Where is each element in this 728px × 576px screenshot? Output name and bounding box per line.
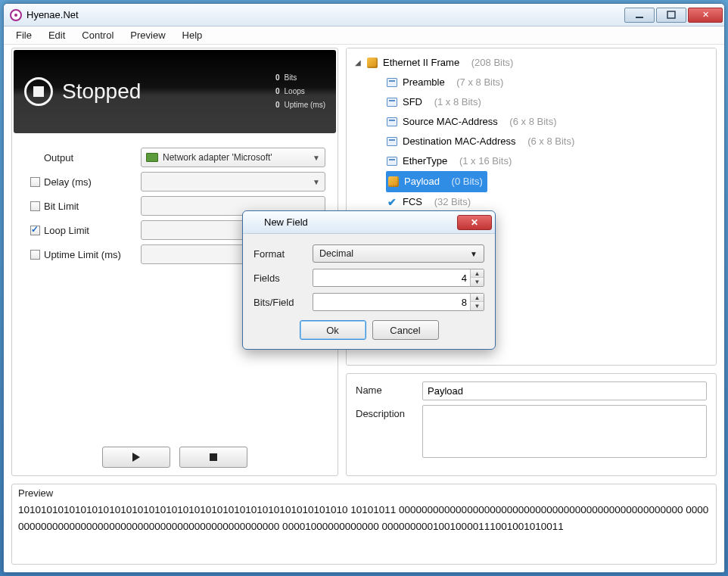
tree-item-ethertype[interactable]: EtherType (1 x 16 Bits) (386, 151, 713, 171)
menu-help[interactable]: Help (175, 27, 210, 43)
package-icon (388, 176, 399, 187)
spin-down-icon[interactable]: ▼ (471, 278, 484, 286)
spin-up-icon[interactable]: ▲ (471, 269, 484, 278)
package-icon (367, 58, 378, 68)
preview-panel: Preview 10101010101010101010101010101010… (11, 484, 717, 565)
menu-preview[interactable]: Preview (123, 27, 173, 43)
output-combo[interactable]: Network adapter 'Microsoft' ▼ (141, 148, 325, 167)
delay-combo[interactable]: ▼ (141, 172, 325, 191)
tree-item-dstmac[interactable]: Destination MAC-Address (6 x 8 Bits) (386, 132, 713, 151)
app-icon (10, 9, 22, 21)
stop-icon (24, 77, 53, 106)
svg-rect-1 (667, 11, 675, 18)
play-icon (132, 453, 140, 462)
looplimit-checkbox[interactable] (30, 226, 40, 235)
tree-root[interactable]: ◢ Ethernet II Frame (208 Bits) (354, 53, 713, 73)
status-label: Stopped (62, 79, 141, 104)
bitlimit-checkbox[interactable] (30, 201, 40, 211)
status-counters: 0Bits 0Loops 0Uptime (ms) (269, 71, 336, 112)
tree-item-fcs[interactable]: ✔FCS (32 Bits) (386, 192, 713, 212)
prop-name-input[interactable] (422, 381, 707, 400)
close-button[interactable]: ✕ (688, 8, 723, 23)
svg-rect-0 (636, 17, 643, 18)
tree-item-payload[interactable]: Payload (0 Bits) (386, 171, 717, 192)
app-icon (249, 217, 260, 228)
fields-spinner[interactable]: ▲▼ (313, 269, 484, 287)
fields-input[interactable] (313, 272, 470, 284)
chevron-down-icon: ▼ (470, 250, 478, 258)
spin-down-icon[interactable]: ▼ (471, 302, 484, 310)
prop-name-label: Name (356, 381, 416, 396)
field-icon (387, 78, 397, 87)
prop-desc-input[interactable] (422, 405, 707, 458)
bitlimit-label: Bit Limit (44, 201, 141, 212)
stop-icon-small (210, 453, 217, 461)
dialog-title: New Field (264, 216, 308, 228)
bitsfield-label: Bits/Field (254, 297, 313, 308)
prop-desc-label: Description (356, 405, 416, 419)
bitsfield-input[interactable] (313, 297, 470, 308)
play-button[interactable] (102, 447, 170, 468)
minimize-button[interactable] (624, 8, 655, 23)
chevron-down-icon: ▼ (313, 154, 320, 162)
format-label: Format (254, 248, 313, 260)
properties-panel: Name Description (346, 373, 717, 476)
uptimelimit-checkbox[interactable] (30, 250, 40, 260)
delay-checkbox[interactable] (30, 177, 40, 187)
field-icon (387, 98, 397, 107)
menu-file[interactable]: File (8, 27, 39, 43)
menu-control[interactable]: Control (74, 27, 121, 43)
spin-up-icon[interactable]: ▲ (471, 294, 484, 302)
ok-button[interactable]: Ok (300, 320, 366, 340)
maximize-button[interactable] (656, 8, 686, 23)
collapse-icon[interactable]: ◢ (354, 53, 362, 73)
looplimit-label: Loop Limit (44, 225, 141, 236)
main-window: Hyenae.Net ✕ File Edit Control Preview H… (3, 3, 725, 573)
tree-item-srcmac[interactable]: Source MAC-Address (6 x 8 Bits) (386, 112, 713, 132)
fields-label: Fields (254, 272, 313, 284)
status-bar: Stopped 0Bits 0Loops 0Uptime (ms) (14, 50, 336, 133)
dialog-titlebar[interactable]: New Field ✕ (243, 211, 495, 234)
output-label: Output (44, 152, 141, 163)
uptimelimit-label: Uptime Limit (ms) (44, 249, 141, 260)
window-title: Hyenae.Net (26, 9, 624, 20)
field-icon (387, 117, 397, 126)
titlebar[interactable]: Hyenae.Net ✕ (4, 4, 724, 26)
new-field-dialog: New Field ✕ Format Decimal▼ Fields (242, 210, 496, 350)
preview-title: Preview (12, 484, 716, 500)
format-combo[interactable]: Decimal▼ (313, 244, 484, 263)
delay-label: Delay (ms) (44, 176, 141, 188)
menu-edit[interactable]: Edit (41, 27, 73, 43)
nic-icon (146, 153, 158, 162)
cancel-button[interactable]: Cancel (372, 320, 439, 340)
tree-item-preamble[interactable]: Preamble (7 x 8 Bits) (386, 73, 713, 92)
stop-button[interactable] (179, 447, 247, 468)
bitsfield-spinner[interactable]: ▲▼ (313, 293, 484, 311)
check-icon: ✔ (386, 196, 398, 208)
preview-body[interactable]: 1010101010101010101010101010101010101010… (12, 500, 716, 540)
field-icon (387, 157, 397, 166)
field-icon (387, 137, 397, 146)
menubar: File Edit Control Preview Help (4, 26, 724, 45)
output-value: Network adapter 'Microsoft' (163, 152, 272, 163)
dialog-close-button[interactable]: ✕ (457, 215, 492, 230)
tree-item-sfd[interactable]: SFD (1 x 8 Bits) (386, 92, 713, 112)
